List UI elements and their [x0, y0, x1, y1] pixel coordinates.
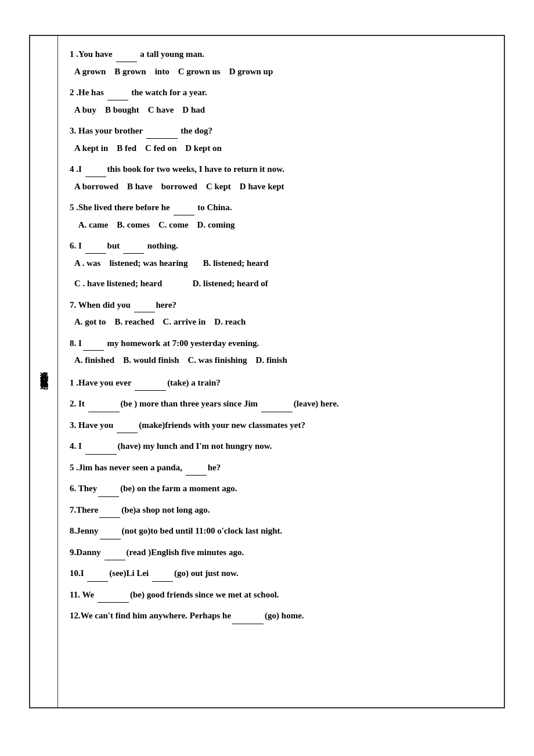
- worksheet-container: 课外作业（或复习题） 1 .You have a tall young man.…: [29, 35, 505, 708]
- content-area: 1 .You have a tall young man. A grown B …: [58, 36, 504, 707]
- mc-q6: 6. I but nothing. A . was listened; was …: [70, 238, 490, 291]
- blank: [104, 543, 125, 561]
- mc-q6-options2: C . have listened; heard D. listened; he…: [70, 276, 490, 291]
- fill-q10-text: 10.I (see)Li Lei (go) out just now.: [70, 564, 490, 582]
- blank: [98, 586, 129, 603]
- blank: [88, 395, 120, 412]
- fill-q12-text: 12.We can't find him anywhere. Perhaps h…: [70, 607, 490, 624]
- blank: [98, 480, 119, 497]
- blank: [100, 522, 121, 539]
- fill-q1-text: 1 .Have you ever (take) a train?: [70, 374, 490, 391]
- blank: [174, 200, 194, 215]
- blank: [85, 437, 117, 455]
- mc-q7: 7. When did you here? A. got to B. reach…: [70, 297, 490, 330]
- fill-q12: 12.We can't find him anywhere. Perhaps h…: [70, 607, 490, 624]
- fill-q4-text: 4. I (have) my lunch and I'm not hungry …: [70, 437, 490, 455]
- blank: [116, 46, 137, 62]
- mc-q5-question: 5 .She lived there before he to China.: [70, 200, 490, 215]
- mc-q2-question: 2 .He has the watch for a year.: [70, 85, 490, 100]
- mc-q7-question: 7. When did you here?: [70, 297, 490, 313]
- fill-q3: 3. Have you (make)friends with your new …: [70, 416, 490, 434]
- fill-q10: 10.I (see)Li Lei (go) out just now.: [70, 564, 490, 582]
- fill-q7-text: 7.There (be)a shop not long ago.: [70, 501, 490, 519]
- mc-q3-options: A kept in B fed C fed on D kept on: [70, 141, 490, 156]
- sidebar-text: 课外作业（或复习题）: [38, 366, 50, 377]
- sidebar-label: 课外作业（或复习题）: [30, 36, 58, 707]
- mc-q4-question: 4 .I this book for two weeks, I have to …: [70, 161, 490, 177]
- blank: [232, 607, 264, 624]
- mc-q4: 4 .I this book for two weeks, I have to …: [70, 161, 490, 194]
- blank: [152, 564, 173, 582]
- fill-q5-text: 5 .Jim has never seen a panda, he?: [70, 459, 490, 476]
- fill-q7: 7.There (be)a shop not long ago.: [70, 501, 490, 519]
- blank: [107, 85, 128, 100]
- blank: [261, 395, 293, 412]
- mc-q8: 8. I my homework at 7:00 yesterday eveni…: [70, 336, 490, 368]
- blank: [99, 501, 120, 519]
- blank: [146, 123, 178, 139]
- fill-q1: 1 .Have you ever (take) a train?: [70, 374, 490, 391]
- fill-q11: 11. We (be) good friends since we met at…: [70, 586, 490, 603]
- mc-q3-question: 3. Has your brother the dog?: [70, 123, 490, 139]
- blank: [85, 161, 106, 177]
- mc-q2-options: A buy B bought C have D had: [70, 103, 490, 118]
- fill-q6-text: 6. They (be) on the farm a moment ago.: [70, 480, 490, 497]
- fill-q2: 2. It (be ) more than three years since …: [70, 395, 490, 412]
- blank: [87, 564, 108, 582]
- blank: [83, 336, 104, 351]
- blank: [186, 459, 207, 476]
- mc-q1-options: A grown B grown into C grown us D grown …: [70, 64, 490, 80]
- fill-q11-text: 11. We (be) good friends since we met at…: [70, 586, 490, 603]
- fill-q9-text: 9.Danny (read )English five minutes ago.: [70, 543, 490, 561]
- mc-q4-options: A borrowed B have borrowed C kept D have…: [70, 179, 490, 195]
- mc-q8-options: A. finished B. would finish C. was finis…: [70, 353, 490, 368]
- fill-q9: 9.Danny (read )English five minutes ago.: [70, 543, 490, 561]
- mc-q1-question: 1 .You have a tall young man.: [70, 46, 490, 62]
- fill-q8: 8.Jenny (not go)to bed until 11:00 o'clo…: [70, 522, 490, 539]
- blank: [123, 238, 144, 254]
- fill-q6: 6. They (be) on the farm a moment ago.: [70, 480, 490, 497]
- fill-q8-text: 8.Jenny (not go)to bed until 11:00 o'clo…: [70, 522, 490, 539]
- fill-q3-text: 3. Have you (make)friends with your new …: [70, 416, 490, 434]
- fill-q4: 4. I (have) my lunch and I'm not hungry …: [70, 437, 490, 455]
- blank: [85, 238, 106, 254]
- mc-q6-options1: A . was listened; was hearing B. listene…: [70, 256, 490, 271]
- blank: [117, 416, 138, 434]
- mc-q5: 5 .She lived there before he to China. A…: [70, 200, 490, 232]
- mc-q6-question: 6. I but nothing.: [70, 238, 490, 254]
- fill-q2-text: 2. It (be ) more than three years since …: [70, 395, 490, 412]
- mc-q1: 1 .You have a tall young man. A grown B …: [70, 46, 490, 79]
- mc-q3: 3. Has your brother the dog? A kept in B…: [70, 123, 490, 156]
- blank: [134, 297, 155, 313]
- mc-q2: 2 .He has the watch for a year. A buy B …: [70, 85, 490, 117]
- mc-q7-options: A. got to B. reached C. arrive in D. rea…: [70, 315, 490, 330]
- blank: [135, 374, 166, 391]
- fill-q5: 5 .Jim has never seen a panda, he?: [70, 459, 490, 476]
- mc-q8-question: 8. I my homework at 7:00 yesterday eveni…: [70, 336, 490, 351]
- mc-q5-options: A. came B. comes C. come D. coming: [70, 218, 490, 233]
